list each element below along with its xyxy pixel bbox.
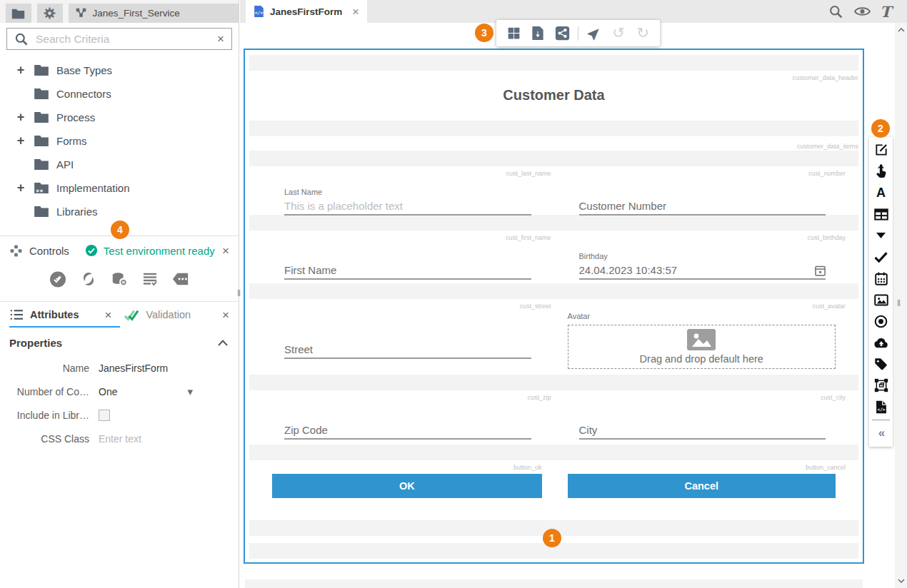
form-spacer[interactable] — [249, 283, 858, 299]
cancel-button[interactable]: Cancel — [568, 474, 836, 498]
tree-item-api[interactable]: API — [0, 153, 239, 176]
log-list-icon[interactable] — [141, 270, 159, 288]
form-spacer[interactable] — [249, 375, 858, 390]
form-title[interactable]: Customer Data — [245, 87, 863, 103]
form-document-icon: </> — [254, 5, 264, 18]
tab-validation[interactable]: Validation — [123, 308, 191, 322]
cancel-button-widget[interactable]: button_cancel Cancel — [554, 460, 863, 506]
tag-more-icon[interactable] — [172, 270, 189, 288]
city-widget[interactable]: cust_city City — [554, 390, 863, 445]
scroll-down-icon[interactable] — [895, 575, 907, 587]
last-name-widget[interactable]: cust_last_name Last Name This is a place… — [245, 166, 554, 215]
tree-item-connectors[interactable]: Connectors — [0, 82, 239, 106]
approve-icon[interactable] — [49, 270, 66, 288]
form-canvas[interactable]: customer_data_header Customer Data custo… — [244, 49, 864, 564]
street-field[interactable]: Street — [284, 322, 531, 359]
share-icon[interactable] — [553, 25, 571, 42]
form-spacer[interactable] — [249, 151, 858, 166]
table-control-icon[interactable] — [869, 203, 893, 225]
preview-eye-icon[interactable] — [853, 3, 871, 20]
tree-item-implementation[interactable]: + Implementation — [0, 176, 239, 200]
validation-close-icon[interactable]: × — [222, 309, 229, 321]
customer-number-widget[interactable]: cust_number Customer Number — [554, 166, 863, 215]
tag-control-icon[interactable] — [869, 353, 893, 375]
tree-item-forms[interactable]: + Forms — [0, 129, 239, 153]
expand-icon[interactable]: + — [14, 133, 27, 148]
collapse-palette-icon[interactable]: « — [869, 422, 893, 444]
group-control-icon[interactable] — [869, 375, 893, 396]
editor-tab-janesfirstform[interactable]: </> JanesFirstForm × — [246, 0, 367, 23]
columns-value: One — [99, 386, 117, 397]
tab-service[interactable]: Janes_First_Service — [69, 4, 239, 23]
tab-explorer[interactable] — [6, 4, 31, 23]
scroll-up-icon[interactable] — [895, 24, 907, 36]
redo-icon[interactable]: ↻ — [634, 25, 651, 42]
tree-item-base-types[interactable]: + Base Types — [0, 59, 239, 82]
ok-button[interactable]: OK — [272, 474, 542, 498]
text-input-control-icon[interactable] — [869, 139, 893, 161]
css-class-field[interactable]: Enter text — [99, 433, 141, 445]
expand-icon[interactable]: + — [14, 63, 27, 78]
expand-icon[interactable]: + — [14, 110, 27, 125]
palette-resize-handle[interactable]: ‖ — [897, 298, 901, 308]
label-control-icon[interactable]: A — [869, 182, 893, 203]
left-panel-resize-handle[interactable]: ‖ — [237, 288, 241, 298]
dropdown-control-icon[interactable] — [869, 225, 893, 246]
datepicker-control-icon[interactable] — [869, 268, 893, 289]
widget-annotation: button_ok — [245, 463, 554, 472]
chevron-down-icon[interactable]: ▾ — [187, 385, 193, 398]
form-spacer[interactable] — [249, 445, 858, 460]
include-in-library-checkbox[interactable] — [99, 410, 110, 421]
form-header-block[interactable]: customer_data_header Customer Data — [245, 71, 863, 116]
birthday-widget[interactable]: cust_birthday Birthday 24.04.2023 10:43:… — [554, 230, 863, 283]
tree-item-label: API — [56, 158, 74, 171]
deploy-navigate-icon[interactable] — [586, 25, 603, 42]
callout-badge-3: 3 — [475, 24, 493, 42]
ok-button-widget[interactable]: button_ok OK — [245, 460, 554, 506]
checkbox-control-icon[interactable] — [869, 246, 893, 268]
tab-settings[interactable] — [37, 4, 63, 23]
first-name-widget[interactable]: cust_first_name First Name — [245, 230, 554, 283]
property-label: Name — [0, 363, 99, 374]
properties-section-header[interactable]: Properties — [0, 328, 239, 356]
upload-control-icon[interactable] — [869, 332, 893, 353]
controls-close-icon[interactable]: × — [222, 245, 229, 257]
customer-number-field[interactable]: Customer Number — [579, 178, 826, 216]
tree-item-process[interactable]: + Process — [0, 106, 239, 129]
code-file-control-icon[interactable]: </> — [869, 396, 893, 417]
attributes-close-icon[interactable]: × — [104, 309, 111, 321]
zip-widget[interactable]: cust_zip Zip Code — [245, 390, 554, 445]
text-tool-icon[interactable]: T — [880, 4, 891, 19]
form-spacer[interactable] — [249, 121, 858, 136]
database-off-icon[interactable] — [111, 270, 128, 288]
tab-attributes[interactable]: Attributes — [30, 309, 79, 320]
search-clear-icon[interactable]: × — [217, 33, 224, 45]
export-file-icon[interactable] — [529, 25, 546, 42]
image-control-icon[interactable] — [869, 289, 893, 310]
radio-control-icon[interactable] — [869, 310, 893, 332]
birthday-field[interactable]: Birthday 24.04.2023 10:43:57 — [579, 243, 826, 280]
avatar-drop-zone[interactable]: Drag and drop default here — [568, 325, 836, 369]
city-field[interactable]: City — [579, 402, 826, 440]
calendar-icon[interactable] — [815, 265, 826, 276]
last-name-field[interactable]: Last Name This is a placeholder text — [284, 178, 531, 216]
editor-tab-close-icon[interactable]: × — [352, 6, 359, 18]
layout-grid-icon[interactable] — [505, 25, 522, 42]
zip-field[interactable]: Zip Code — [284, 402, 531, 440]
first-name-field[interactable]: First Name — [284, 243, 531, 280]
collapse-chevron-icon[interactable] — [218, 340, 228, 346]
columns-select[interactable]: One ▾ — [99, 385, 193, 398]
avatar-widget[interactable]: cust_avatar Avatar Drag and drop default… — [554, 299, 863, 375]
name-value[interactable]: JanesFirstForm — [99, 363, 168, 374]
expand-icon[interactable]: + — [14, 181, 27, 196]
search-icon[interactable] — [827, 3, 844, 20]
street-widget[interactable]: cust_street Street — [245, 299, 554, 375]
form-spacer[interactable] — [249, 55, 858, 71]
search-input[interactable] — [36, 33, 210, 46]
button-control-hand-icon[interactable] — [869, 161, 893, 182]
form-spacer[interactable] — [249, 215, 858, 230]
undo-icon[interactable]: ↺ — [610, 25, 627, 42]
birthday-value[interactable]: 24.04.2023 10:43:57 — [579, 264, 678, 276]
widget-annotation: cust_street — [245, 302, 554, 310]
swoosh-icon[interactable] — [80, 270, 97, 288]
